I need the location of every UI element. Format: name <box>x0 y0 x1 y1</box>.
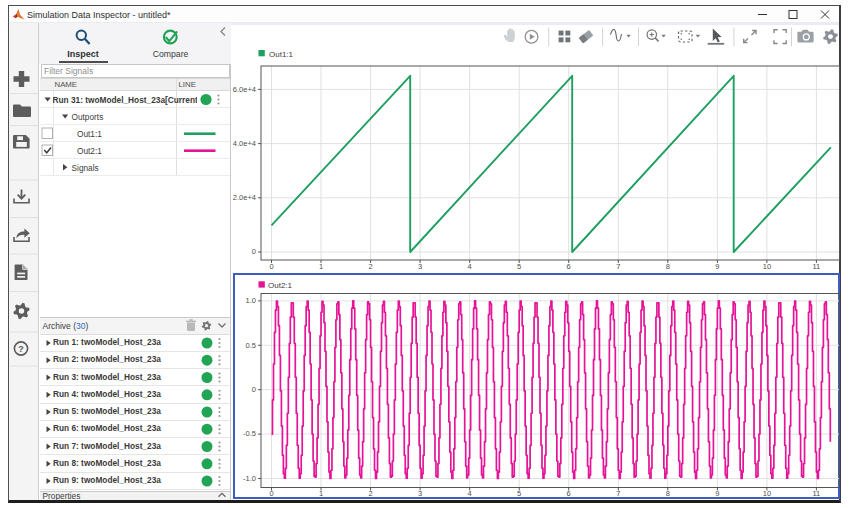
svg-text:0: 0 <box>269 489 273 498</box>
svg-text:?: ? <box>18 343 24 354</box>
svg-text:2.0e+4: 2.0e+4 <box>233 193 256 202</box>
svg-text:9: 9 <box>715 489 719 498</box>
svg-text:8: 8 <box>666 489 670 498</box>
svg-text:1.0: 1.0 <box>246 296 256 305</box>
svg-text:4.0e+4: 4.0e+4 <box>233 139 256 148</box>
svg-text:-0.5: -0.5 <box>243 429 256 438</box>
svg-text:7: 7 <box>616 489 620 498</box>
svg-text:0.5: 0.5 <box>246 341 256 350</box>
svg-text:5: 5 <box>517 489 521 498</box>
svg-text:Out1:1: Out1:1 <box>269 50 294 59</box>
svg-text:4: 4 <box>468 489 472 498</box>
svg-text:11: 11 <box>813 489 821 498</box>
svg-text:2: 2 <box>369 489 373 498</box>
svg-text:0: 0 <box>252 247 256 256</box>
svg-text:10: 10 <box>763 489 771 498</box>
svg-text:6.0e+4: 6.0e+4 <box>233 85 256 94</box>
svg-text:0: 0 <box>252 385 256 394</box>
svg-text:1: 1 <box>319 489 323 498</box>
svg-text:Out2:1: Out2:1 <box>268 281 293 290</box>
svg-text:-1.0: -1.0 <box>243 474 256 483</box>
svg-text:6: 6 <box>567 489 571 498</box>
svg-text:3: 3 <box>418 489 422 498</box>
